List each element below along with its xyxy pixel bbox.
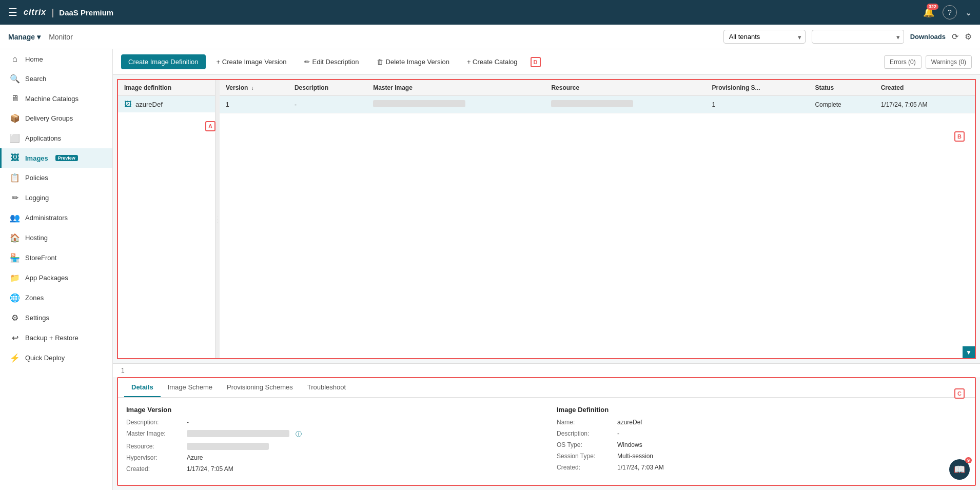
sidebar-item-administrators[interactable]: 👥 Administrators <box>0 208 112 228</box>
tab-details[interactable]: Details <box>124 378 161 397</box>
def-row-name: Name: azureDef <box>557 419 967 426</box>
images-icon: 🖼 <box>10 153 20 163</box>
secondary-select[interactable] <box>812 30 904 44</box>
edit-description-label: Edit Description <box>312 58 359 66</box>
data-table: Version ↓ Description Master Image <box>220 80 975 113</box>
detail-label-created: Created: <box>126 465 183 473</box>
create-image-definition-button[interactable]: Create Image Definition <box>121 54 206 69</box>
col-provisioning[interactable]: Provisioning S... <box>706 80 809 96</box>
sidebar-item-label: Hosting <box>25 234 48 242</box>
table-row[interactable]: 1 - 1 Complete 1/17/24, 7:05 A <box>220 96 975 113</box>
citrix-logo: citrix <box>24 8 46 17</box>
policies-icon: 📋 <box>10 173 20 183</box>
image-definition-item-azuredef[interactable]: 🖼 azureDef <box>118 96 215 112</box>
sidebar-item-images[interactable]: 🖼 Images Preview <box>0 148 112 168</box>
create-image-version-button[interactable]: + Create Image Version <box>210 54 293 69</box>
tab-troubleshoot[interactable]: Troubleshoot <box>300 378 353 397</box>
sidebar-item-label: App Packages <box>25 274 68 282</box>
tenant-select[interactable]: All tenants <box>723 30 806 44</box>
sidebar-item-label: Applications <box>25 134 61 142</box>
refresh-icon[interactable]: ⟳ <box>952 32 958 42</box>
detail-value-hypervisor: Azure <box>187 454 203 461</box>
errors-button[interactable]: Errors (0) <box>884 55 922 69</box>
sidebar-item-backup-restore[interactable]: ↩ Backup + Restore <box>0 328 112 348</box>
sidebar-item-hosting[interactable]: 🏠 Hosting <box>0 228 112 248</box>
col-master-image[interactable]: Master Image <box>367 80 545 96</box>
hosting-icon: 🏠 <box>10 233 20 243</box>
pagination-row: 1 <box>113 363 980 377</box>
sidebar-item-label: Machine Catalogs <box>25 95 79 103</box>
def-label-os-type: OS Type: <box>557 441 613 448</box>
image-definition-title: Image Definition <box>557 406 967 414</box>
sidebar-item-home[interactable]: ⌂ Home <box>0 49 112 69</box>
def-value-session-type: Multi-session <box>617 453 653 460</box>
right-table: Version ↓ Description Master Image <box>220 80 975 358</box>
manage-chevron-icon: ▾ <box>37 33 41 41</box>
collapse-button[interactable]: ▼ <box>963 346 975 359</box>
tab-provisioning-schemes[interactable]: Provisioning Schemes <box>220 378 300 397</box>
sidebar-item-label: Logging <box>25 194 49 202</box>
detail-row-created: Created: 1/17/24, 7:05 AM <box>126 465 536 473</box>
float-badge[interactable]: 📖 9 <box>949 459 970 480</box>
detail-value-master-image-blurred <box>187 430 289 437</box>
col-version[interactable]: Version ↓ <box>220 80 288 96</box>
sec-nav-right: All tenants Downloads ⟳ ⚙ <box>723 30 972 44</box>
def-value-name: azureDef <box>617 419 642 426</box>
details-panel: Details Image Scheme Provisioning Scheme… <box>117 377 976 486</box>
toolbar-errors: Errors (0) Warnings (0) <box>884 55 972 69</box>
image-definition-label: azureDef <box>135 101 163 108</box>
float-badge-icon: 📖 <box>954 464 965 475</box>
float-badge-count: 9 <box>965 457 972 463</box>
version-sort-icon: ↓ <box>251 85 254 91</box>
info-icon[interactable]: ⓘ <box>296 430 302 439</box>
detail-label-description: Description: <box>126 419 183 426</box>
col-description[interactable]: Description <box>288 80 367 96</box>
sidebar-item-settings[interactable]: ⚙ Settings <box>0 308 112 328</box>
col-created[interactable]: Created <box>875 80 975 96</box>
detail-value-created: 1/17/24, 7:05 AM <box>187 465 233 473</box>
sidebar-item-app-packages[interactable]: 📁 App Packages <box>0 268 112 288</box>
cell-resource <box>545 96 705 113</box>
warnings-button[interactable]: Warnings (0) <box>926 55 972 69</box>
sidebar-item-search[interactable]: 🔍 Search <box>0 69 112 89</box>
col-status[interactable]: Status <box>809 80 874 96</box>
b-annotation: B <box>954 131 965 142</box>
cell-master-image <box>367 96 545 113</box>
def-row-session-type: Session Type: Multi-session <box>557 453 967 460</box>
help-button[interactable]: ? <box>943 5 957 19</box>
sidebar-item-storefront[interactable]: 🏪 StoreFront <box>0 248 112 268</box>
pagination-value: 1 <box>121 367 125 374</box>
col-resource[interactable]: Resource <box>545 80 705 96</box>
downloads-button[interactable]: Downloads <box>910 33 946 41</box>
edit-description-button[interactable]: ✏ Edit Description <box>298 54 366 69</box>
delete-image-version-button[interactable]: 🗑 Delete Image Version <box>370 54 456 69</box>
sidebar-item-delivery-groups[interactable]: 📦 Delivery Groups <box>0 108 112 128</box>
notification-button[interactable]: 🔔 322 <box>923 7 934 18</box>
create-catalog-button[interactable]: + Create Catalog <box>460 54 524 69</box>
resize-handle[interactable]: ··· <box>215 80 220 358</box>
def-label-created: Created: <box>557 464 613 471</box>
sidebar-item-logging[interactable]: ✏ Logging <box>0 188 112 208</box>
def-row-created: Created: 1/17/24, 7:03 AM <box>557 464 967 471</box>
tab-image-scheme[interactable]: Image Scheme <box>161 378 220 397</box>
sidebar-item-zones[interactable]: 🌐 Zones <box>0 288 112 308</box>
sidebar-item-quick-deploy[interactable]: ⚡ Quick Deploy <box>0 348 112 368</box>
brand-divider: | <box>51 7 54 18</box>
toolbar: Create Image Definition + Create Image V… <box>113 49 980 75</box>
backup-restore-icon: ↩ <box>10 333 20 343</box>
preview-badge: Preview <box>55 155 78 161</box>
def-value-created: 1/17/24, 7:03 AM <box>617 464 664 471</box>
applications-icon: ⬜ <box>10 133 20 143</box>
app-title: DaaS Premium <box>59 8 113 17</box>
monitor-button[interactable]: Monitor <box>45 33 77 41</box>
detail-value-resource-blurred <box>187 443 269 450</box>
sidebar-item-machine-catalogs[interactable]: 🖥 Machine Catalogs <box>0 89 112 108</box>
sidebar-item-applications[interactable]: ⬜ Applications <box>0 128 112 148</box>
main-layout: ⌂ Home 🔍 Search 🖥 Machine Catalogs 📦 Del… <box>0 49 980 490</box>
search-icon: 🔍 <box>10 74 20 84</box>
hamburger-icon[interactable]: ☰ <box>8 6 17 18</box>
sidebar-item-policies[interactable]: 📋 Policies <box>0 168 112 188</box>
manage-button[interactable]: Manage ▾ <box>8 33 41 41</box>
settings-icon[interactable]: ⚙ <box>965 32 972 42</box>
expand-button[interactable]: ⌄ <box>965 8 972 17</box>
